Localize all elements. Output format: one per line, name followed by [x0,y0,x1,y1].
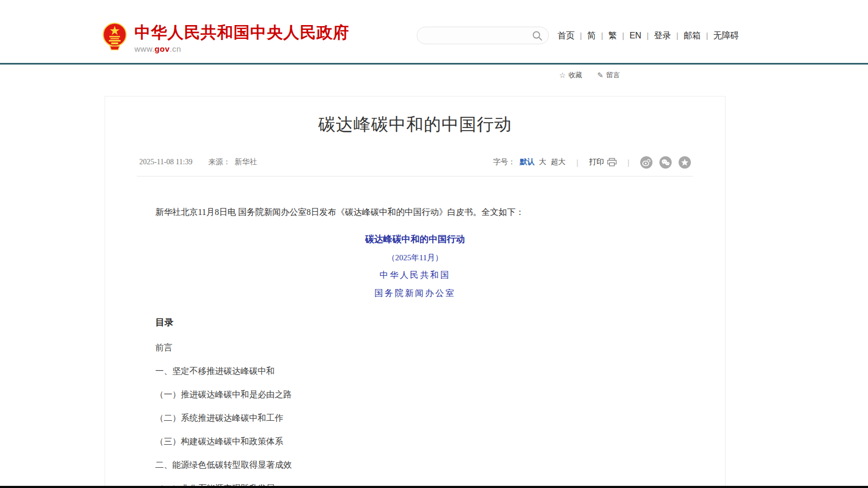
source-value: 新华社 [235,158,257,166]
nav-separator: | [601,31,603,40]
search-input[interactable] [426,31,531,41]
publish-date: 2025-11-08 11:39 [139,158,193,166]
nav-login[interactable]: 登录 [654,30,671,42]
pencil-icon: ✎ [598,71,604,79]
document-title: 碳达峰碳中和的中国行动 [155,233,675,245]
nav-separator: | [706,31,708,40]
star-outline-icon: ☆ [559,71,566,79]
nav-separator: | [580,31,582,40]
toc-item-section1-1: （一）推进碳达峰碳中和是必由之路 [155,390,675,399]
font-size-default-button[interactable]: 默认 [520,157,535,167]
top-nav: 首页 | 简 | 繁 | EN | 登录 | 邮箱 | 无障碍 [558,29,739,42]
site-url-suffix: .cn [170,44,181,53]
article-meta-left: 2025-11-08 11:39 来源： 新华社 [139,157,257,167]
toc-item-preface: 前言 [155,343,675,352]
wechat-share-icon[interactable] [659,156,672,169]
site-title: 中华人民共和国中央人民政府 [134,23,349,42]
font-size-xlarge-button[interactable]: 超大 [551,157,566,167]
print-button[interactable]: 打印 [589,157,617,167]
favorite-action[interactable]: ☆ 收藏 [559,70,583,80]
article-card: 碳达峰碳中和的中国行动 2025-11-08 11:39 来源： 新华社 字号：… [105,96,726,488]
nav-simplified[interactable]: 简 [587,30,596,42]
site-url-prefix: www. [134,44,155,53]
header-divider-line [0,63,868,65]
nav-home[interactable]: 首页 [558,30,575,42]
site-url-gov: gov [155,44,170,53]
nav-mail[interactable]: 邮箱 [683,30,700,42]
document-heading-block: 碳达峰碳中和的中国行动 （2025年11月） 中华人民共和国 国务院新闻办公室 [155,233,675,299]
toc-heading: 目录 [155,316,675,329]
nav-english[interactable]: EN [630,31,641,41]
font-size-large-button[interactable]: 大 [539,157,546,167]
print-label: 打印 [589,157,604,167]
site-url: www.gov.cn [134,44,349,53]
search-box [417,27,549,44]
weibo-share-icon[interactable] [640,156,652,169]
nav-separator: | [622,31,624,40]
site-header: 中华人民共和国中央人民政府 www.gov.cn 首页 | 简 | 繁 | EN… [0,0,868,63]
meta-separator: | [576,158,578,167]
share-icons [640,156,691,169]
toc-item-section1: 一、坚定不移推进碳达峰碳中和 [155,366,675,375]
viewport-bottom-edge [0,486,868,488]
article-meta-right: 字号： 默认 大 超大 | 打印 | [493,156,691,169]
page-title: 碳达峰碳中和的中国行动 [126,114,704,135]
document-date: （2025年11月） [155,253,675,263]
article-meta-row: 2025-11-08 11:39 来源： 新华社 字号： 默认 大 超大 | 打… [139,156,691,168]
toc-item-section1-2: （二）系统推进碳达峰碳中和工作 [155,413,675,422]
search-icon [532,30,543,41]
site-identity: 中华人民共和国中央人民政府 www.gov.cn [134,23,349,53]
national-emblem-logo[interactable] [102,21,127,52]
toc-item-section2: 二、能源绿色低碳转型取得显著成效 [155,460,675,469]
favorite-share-icon[interactable] [679,156,691,169]
meta-divider [137,176,693,177]
font-size-label: 字号： [493,157,515,167]
lead-paragraph: 新华社北京11月8日电 国务院新闻办公室8日发布《碳达峰碳中和的中国行动》白皮书… [155,206,675,218]
nav-separator: | [647,31,649,40]
nav-accessibility[interactable]: 无障碍 [713,30,739,42]
printer-icon [607,158,617,166]
comment-action[interactable]: ✎ 留言 [598,70,620,80]
favorite-label: 收藏 [569,70,583,80]
article-body: 新华社北京11月8日电 国务院新闻办公室8日发布《碳达峰碳中和的中国行动》白皮书… [155,206,675,488]
document-org-line1: 中华人民共和国 [155,270,675,281]
meta-separator: | [627,158,630,167]
search-button[interactable] [531,30,543,42]
nav-traditional[interactable]: 繁 [608,30,617,42]
page-actions: ☆ 收藏 ✎ 留言 [559,70,620,80]
source-label: 来源： [208,158,230,166]
nav-separator: | [676,31,679,40]
document-org-line2: 国务院新闻办公室 [155,288,675,299]
toc-item-section1-3: （三）构建碳达峰碳中和政策体系 [155,437,675,446]
comment-label: 留言 [606,70,620,80]
national-emblem-icon [102,21,127,52]
